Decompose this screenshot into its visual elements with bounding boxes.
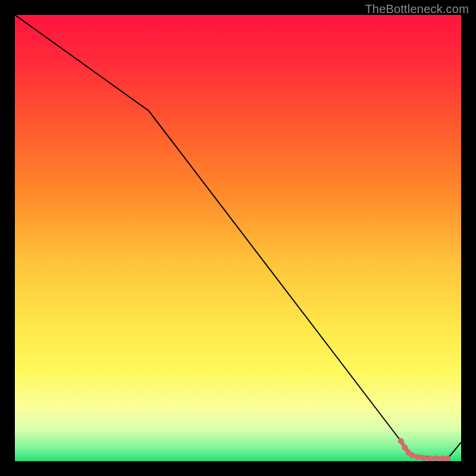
marker-dot: [398, 438, 404, 444]
marker-dot: [421, 455, 427, 461]
gradient-background: [15, 15, 461, 461]
chart-plot: [15, 15, 461, 461]
marker-dot: [409, 452, 415, 458]
marker-dot: [415, 454, 421, 460]
branding-text: TheBottleneck.com: [365, 2, 469, 16]
chart-frame: TheBottleneck.com: [0, 0, 476, 476]
chart-svg: [15, 15, 461, 461]
marker-dot: [402, 445, 408, 451]
